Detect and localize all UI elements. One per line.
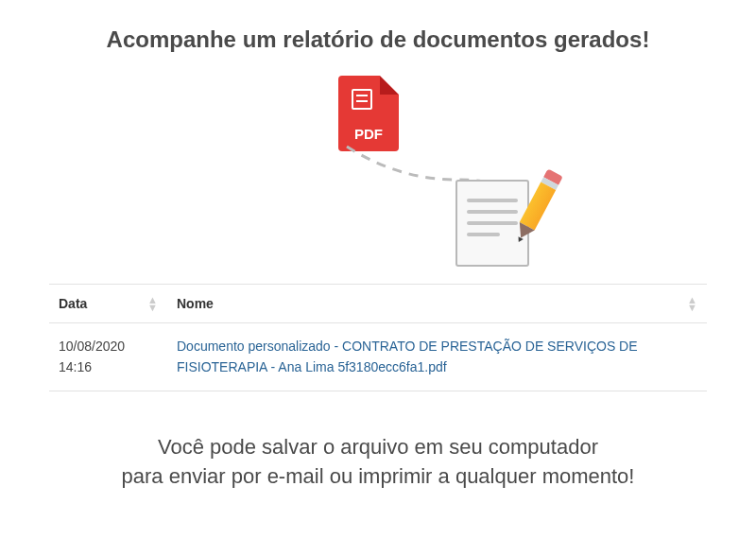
document-link[interactable]: Documento personalizado - CONTRATO DE PR… xyxy=(177,339,638,374)
note-pencil-icon xyxy=(455,180,529,267)
footer-text: Você pode salvar o arquivo em seu comput… xyxy=(49,433,707,492)
column-header-name[interactable]: Nome ▲▼ xyxy=(167,285,707,323)
sort-icon: ▲▼ xyxy=(687,296,697,311)
illustration: PDF xyxy=(49,76,707,265)
page-heading: Acompanhe um relatório de documentos ger… xyxy=(49,26,707,53)
header-name-label: Nome xyxy=(177,296,214,311)
sort-icon: ▲▼ xyxy=(147,296,158,311)
footer-line-2: para enviar por e-mail ou imprimir a qua… xyxy=(49,462,707,492)
documents-table: Data ▲▼ Nome ▲▼ 10/08/2020 14:16 Documen… xyxy=(49,284,707,391)
header-date-label: Data xyxy=(59,296,87,311)
column-header-date[interactable]: Data ▲▼ xyxy=(49,285,167,323)
table-row: 10/08/2020 14:16 Documento personalizado… xyxy=(49,323,707,391)
pdf-file-icon: PDF xyxy=(338,76,399,151)
cell-date: 10/08/2020 14:16 xyxy=(49,323,167,391)
pdf-label: PDF xyxy=(338,126,399,142)
footer-line-1: Você pode salvar o arquivo em seu comput… xyxy=(49,433,707,462)
